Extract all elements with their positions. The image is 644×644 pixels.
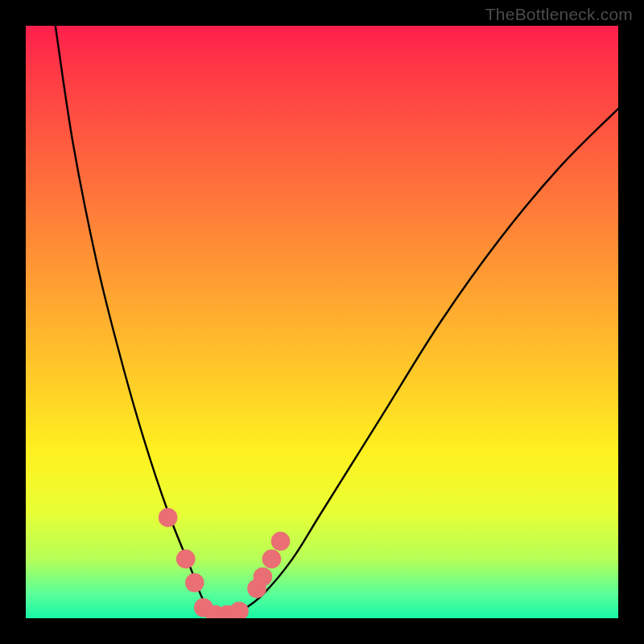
chart-frame: TheBottleneck.com (0, 0, 644, 644)
source-watermark: TheBottleneck.com (485, 5, 633, 24)
bottleneck-curve (56, 26, 618, 618)
left-marker-2 (176, 550, 196, 569)
right-marker-2 (254, 568, 273, 587)
chart-svg (26, 26, 618, 618)
left-marker-3 (185, 573, 204, 592)
right-marker-3 (262, 550, 282, 569)
right-marker-4 (271, 532, 291, 551)
marker-layer (159, 508, 291, 618)
plot-area (26, 26, 618, 618)
valley-marker-4 (229, 601, 249, 618)
curve-layer (56, 26, 618, 618)
left-marker-1 (159, 508, 178, 527)
